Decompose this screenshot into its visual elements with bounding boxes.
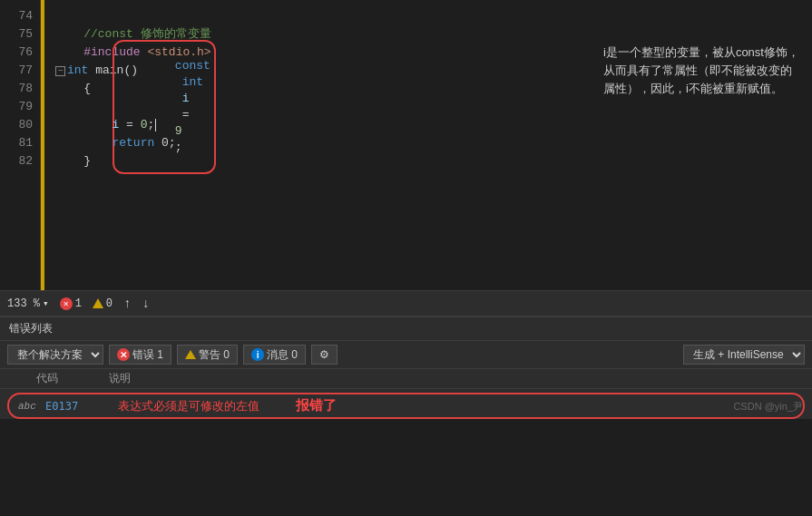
- funnel-icon: ⚙: [319, 348, 329, 361]
- zoom-dropdown-arrow[interactable]: ▾: [43, 297, 49, 309]
- error-row-icon: abc: [18, 401, 45, 412]
- error-icon: ✕: [60, 297, 73, 310]
- warning-count: 0: [106, 297, 113, 310]
- scope-dropdown[interactable]: 整个解决方案: [7, 345, 103, 365]
- csdn-credit-text: CSDN @yin_尹: [733, 401, 803, 412]
- error-list-title: 错误列表: [0, 317, 812, 341]
- var-i: i: [175, 92, 190, 105]
- error-filter-icon: ✕: [117, 348, 130, 361]
- error-description: 表达式必须是可修改的左值: [118, 398, 259, 414]
- info-filter-label: 消息 0: [267, 347, 298, 363]
- error-code: E0137: [45, 400, 118, 413]
- kw-const: const: [175, 59, 210, 73]
- line-74: 74: [9, 7, 33, 25]
- line-75: 75: [9, 25, 33, 44]
- error-table-header: 代码 说明: [0, 369, 812, 389]
- annotation-box: i是一个整型的变量，被从const修饰，从而具有了常属性（即不能被改变的属性），…: [603, 44, 803, 98]
- warning-filter-label: 警告 0: [199, 347, 230, 363]
- zoom-level: 133 % ▾: [7, 297, 49, 310]
- error-panel-title-text: 错误列表: [9, 322, 53, 335]
- line-76: 76: [9, 44, 33, 62]
- code-line-79: const int i = 9 ;: [55, 98, 801, 116]
- line-81: 81: [9, 134, 33, 152]
- zoom-value: 133 %: [7, 297, 40, 310]
- minus-box-icon[interactable]: −: [55, 66, 65, 76]
- warning-triangle-icon: [93, 298, 103, 308]
- warning-filter-button[interactable]: 警告 0: [177, 345, 238, 365]
- info-filter-button[interactable]: i 消息 0: [243, 345, 306, 365]
- annotation-text: i是一个整型的变量，被从const修饰，从而具有了常属性（即不能被改变的属性），…: [603, 45, 799, 95]
- error-row-0[interactable]: abc E0137 表达式必须是可修改的左值 报错了: [7, 393, 805, 419]
- include-hash: [55, 44, 83, 62]
- warning-filter-icon: [185, 350, 196, 359]
- info-bar: 133 % ▾ ✕ 1 0 ↑ ↓: [0, 290, 812, 316]
- col-code-header: 代码: [36, 371, 109, 386]
- code-line-81: return 0;: [55, 134, 801, 152]
- line-numbers: 74 75 76 77 78 79 80 81 82: [0, 0, 41, 290]
- indent-80: [55, 116, 112, 134]
- col-desc-header: 说明: [109, 371, 803, 386]
- return-val: 0;: [154, 134, 175, 152]
- assign-80: =: [119, 116, 140, 134]
- warning-indicator: 0: [93, 297, 113, 310]
- info-filter-icon: i: [251, 348, 264, 361]
- var-i-80: i: [112, 116, 119, 134]
- open-brace: {: [55, 80, 91, 98]
- line-80: 80: [9, 116, 33, 134]
- indent-81: [55, 134, 112, 152]
- kw-int-main: int: [67, 62, 88, 80]
- code-line-74: [55, 7, 801, 25]
- number-0-80: 0: [141, 116, 148, 134]
- line-82: 82: [9, 152, 33, 170]
- build-dropdown[interactable]: 生成 + IntelliSense: [683, 345, 805, 365]
- circle-highlight: const int i = 9 ;: [113, 40, 215, 174]
- line-79: 79: [9, 98, 33, 116]
- nav-up-button[interactable]: ↑: [123, 297, 131, 311]
- col-empty: [9, 371, 36, 386]
- funnel-filter-button[interactable]: ⚙: [311, 345, 338, 365]
- error-count: 1: [75, 297, 82, 310]
- editor-area: 74 75 76 77 78 79 80 81 82 //const 修饰的常变…: [0, 0, 812, 290]
- error-list-toolbar: 整个解决方案 ✕ 错误 1 警告 0 i 消息 0 ⚙ 生成 + Intelli…: [0, 341, 812, 369]
- kw-return: return: [112, 134, 154, 152]
- line-78: 78: [9, 80, 33, 98]
- error-filter-button[interactable]: ✕ 错误 1: [109, 345, 171, 365]
- error-list-panel: 错误列表 整个解决方案 ✕ 错误 1 警告 0 i 消息 0 ⚙ 生成 + In…: [0, 316, 812, 419]
- csdn-credit: CSDN @yin_尹: [733, 400, 803, 414]
- error-indicator: ✕ 1: [60, 297, 82, 310]
- text-cursor: [155, 119, 156, 131]
- error-rows-container: abc E0137 表达式必须是可修改的左值 报错了 CSDN @yin_尹: [0, 393, 812, 419]
- number-9: 9: [175, 124, 182, 138]
- error-filter-label: 错误 1: [132, 347, 163, 363]
- close-brace: }: [55, 152, 91, 170]
- error-annotation: 报错了: [296, 397, 337, 414]
- code-content[interactable]: //const 修饰的常变量 #include <stdio.h> −int m…: [44, 0, 812, 290]
- semicolon-79: ;: [175, 141, 182, 154]
- semicolon-80: ;: [147, 116, 154, 134]
- assign-op: =: [175, 108, 196, 122]
- nav-down-button[interactable]: ↓: [142, 297, 149, 311]
- line-77: 77: [9, 62, 33, 80]
- indent-79: [55, 98, 112, 116]
- kw-int: int: [175, 75, 203, 89]
